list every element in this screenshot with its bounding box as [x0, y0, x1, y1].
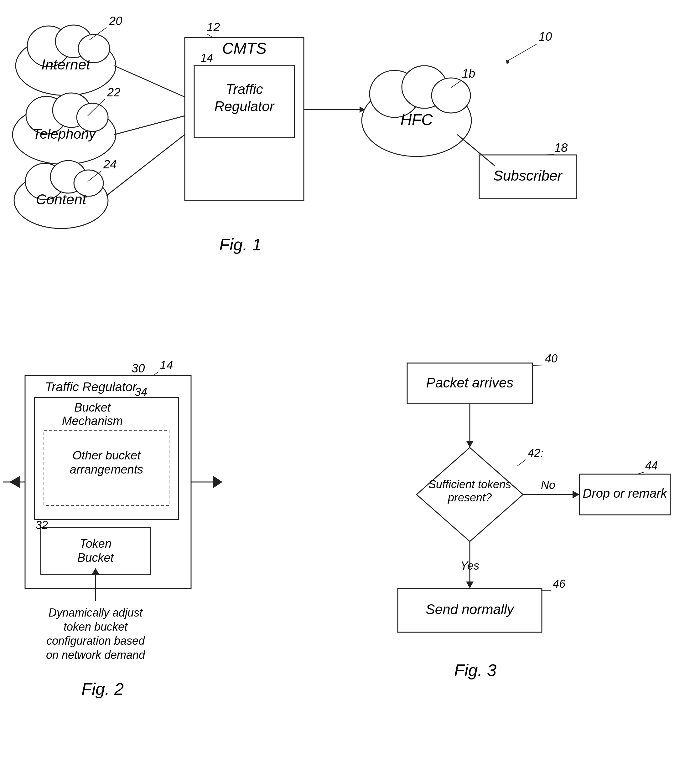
- num-10: 10: [539, 30, 552, 43]
- num-22: 22: [107, 86, 120, 99]
- num-32: 32: [35, 519, 48, 532]
- page: Internet 20 Telephony 22 Content 24: [0, 0, 695, 784]
- line-telephony-cmts: [114, 116, 185, 135]
- num-14-fig2: 14: [160, 359, 173, 372]
- fig3-svg: Packet arrives 40 Sufficient tokens pres…: [329, 344, 695, 782]
- drop-remark-label: Drop or remark: [583, 486, 668, 500]
- other-bucket-label-1: Other bucket: [73, 449, 141, 462]
- svg-line-26: [532, 365, 543, 366]
- arrow-out-right: [213, 476, 222, 488]
- fig1-svg: Internet 20 Telephony 22 Content 24: [0, 0, 695, 344]
- traffic-reg-label-fig1: Traffic: [226, 81, 263, 97]
- cloud-content-group: Content: [14, 161, 108, 229]
- dynamic-label-4: on network demand: [46, 649, 145, 661]
- dynamic-label-1: Dynamically adjust: [49, 606, 143, 619]
- other-bucket-label-2: arrangements: [70, 463, 143, 476]
- token-bucket-box: [41, 527, 150, 574]
- cmts-label: CMTS: [222, 40, 267, 57]
- cloud-internet-group: Internet: [16, 25, 116, 96]
- yes-label: Yes: [461, 559, 479, 572]
- sufficient-label-1: Sufficient tokens: [428, 478, 511, 491]
- svg-line-22: [507, 44, 537, 61]
- line-content-cmts: [106, 135, 185, 196]
- svg-line-15: [207, 34, 213, 38]
- cloud-content-label: Content: [36, 191, 87, 208]
- arrowhead-yes: [466, 581, 474, 588]
- token-bucket-label-2: Bucket: [78, 551, 114, 564]
- fig2-label: Fig. 2: [81, 679, 124, 698]
- num-24: 24: [103, 158, 117, 171]
- dynamic-label-2: token bucket: [64, 620, 128, 633]
- bucket-mech-label-1: Bucket: [74, 401, 111, 414]
- subscriber-label: Subscriber: [493, 168, 563, 184]
- num-40: 40: [545, 352, 558, 365]
- svg-line-27: [517, 460, 526, 466]
- num-20: 20: [109, 15, 122, 28]
- fig2-svg: Traffic Regulator 30 14 Bucket Mechanism…: [0, 344, 345, 776]
- dynamic-label-3: configuration based: [46, 634, 145, 647]
- cloud-internet-label: Internet: [41, 56, 91, 72]
- token-bucket-label-1: Token: [79, 537, 112, 550]
- num-46: 46: [553, 577, 566, 590]
- num-30: 30: [132, 362, 145, 375]
- sufficient-label-2: present?: [447, 491, 492, 504]
- num-44: 44: [645, 459, 658, 472]
- num-42: 42:: [528, 446, 543, 460]
- line-internet-cmts: [114, 66, 185, 97]
- num-14: 14: [200, 52, 213, 64]
- arrowhead-to-diamond: [466, 441, 474, 448]
- traffic-reg-label2-fig1: Regulator: [215, 99, 275, 114]
- num-34: 34: [135, 385, 147, 399]
- cloud-telephony-label: Telephony: [33, 126, 96, 142]
- line-hfc-subscriber: [457, 135, 495, 166]
- fig3-label: Fig. 3: [454, 661, 497, 679]
- bucket-mech-label-2: Mechanism: [62, 414, 123, 428]
- no-label: No: [541, 479, 555, 491]
- svg-line-24: [154, 372, 158, 376]
- cloud-hfc-group: HFC: [362, 66, 471, 156]
- svg-line-21: [545, 155, 554, 155]
- svg-point-19: [432, 78, 470, 113]
- fig1-label: Fig. 1: [219, 235, 261, 254]
- hfc-label: HFC: [401, 111, 433, 128]
- num-16: 1b: [462, 67, 475, 80]
- num-18: 18: [555, 141, 568, 154]
- arrowhead-no: [573, 491, 579, 498]
- traffic-reg-outer-label: Traffic Regulator: [45, 380, 137, 394]
- num-12: 12: [207, 21, 220, 34]
- send-normally-label: Send normally: [426, 601, 515, 617]
- packet-arrives-label: Packet arrives: [426, 375, 513, 390]
